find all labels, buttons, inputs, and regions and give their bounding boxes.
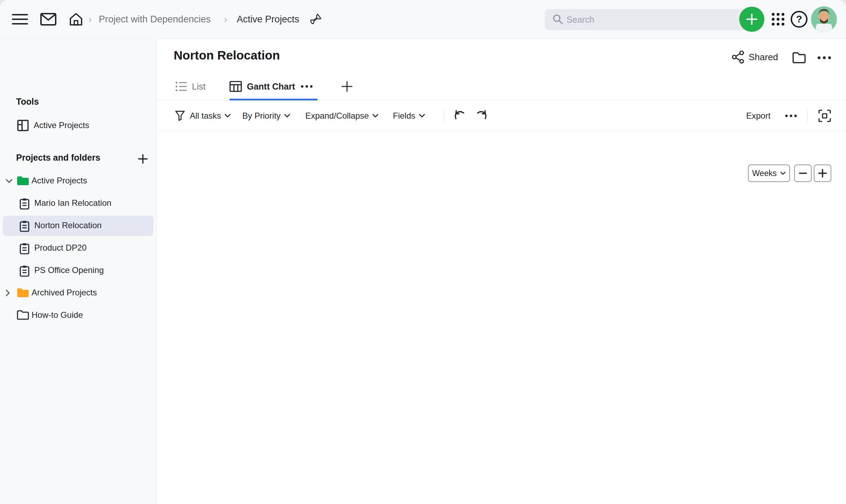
search-input[interactable] xyxy=(545,9,753,30)
zoom-out-button[interactable] xyxy=(794,164,812,182)
chevron-down-icon xyxy=(284,114,290,118)
chevron-down-icon xyxy=(372,114,379,118)
zoom-unit-dropdown[interactable]: Weeks xyxy=(748,164,790,182)
undo-icon xyxy=(454,110,466,121)
tab-menu-dots-icon xyxy=(301,85,313,88)
sidebar-projects-heading: Projects and folders xyxy=(16,153,100,163)
view-toolbar: All tasks By Priority Expand/Collapse Fi… xyxy=(157,100,846,131)
doc-icon xyxy=(20,198,29,210)
sidebar-tools-heading: Tools xyxy=(16,97,39,107)
sidebar-item-mario-ian-relocation[interactable]: Mario Ian Relocation xyxy=(0,193,156,214)
filter-icon xyxy=(175,111,185,121)
tab-list[interactable]: List xyxy=(175,78,206,95)
redo-icon xyxy=(475,110,487,121)
fields-label: Fields xyxy=(393,111,415,121)
project-folder-icon[interactable] xyxy=(792,52,806,64)
sidebar-item-label: Archived Projects xyxy=(32,288,97,298)
sidebar-item-ps-office-opening[interactable]: PS Office Opening xyxy=(0,260,156,281)
apps-grid-icon[interactable] xyxy=(769,0,787,38)
expand-collapse-dropdown[interactable]: Expand/Collapse xyxy=(305,100,379,131)
sidebar-item-label: Mario Ian Relocation xyxy=(34,198,111,208)
redo-button[interactable] xyxy=(473,100,489,131)
expand-collapse-label: Expand/Collapse xyxy=(305,111,369,121)
page-title: Norton Relocation xyxy=(174,48,280,62)
chevron-down-icon xyxy=(224,114,231,118)
undo-button[interactable] xyxy=(452,100,468,131)
svg-text:?: ? xyxy=(796,14,802,24)
sidebar-item-how-to-guide[interactable]: How-to Guide xyxy=(0,305,156,326)
filter-label: All tasks xyxy=(190,111,221,121)
sort-label: By Priority xyxy=(242,111,280,121)
more-options-icon[interactable] xyxy=(817,56,831,59)
sidebar-item-label: Product DP20 xyxy=(34,243,86,253)
sidebar: Tools Active Projects Projects and folde… xyxy=(0,38,157,504)
sidebar-item-archived-projects[interactable]: Archived Projects xyxy=(0,283,156,303)
pin-icon[interactable] xyxy=(310,0,322,38)
folder-green-icon xyxy=(17,176,29,186)
tab-gantt-chart[interactable]: Gantt Chart xyxy=(229,78,313,95)
gantt-table-icon xyxy=(229,81,242,92)
create-button[interactable] xyxy=(739,0,764,38)
doc-icon xyxy=(20,265,29,277)
topbar: › Project with Dependencies › Active Pro… xyxy=(0,0,846,39)
active-tab-underline xyxy=(229,99,318,100)
add-view-button[interactable] xyxy=(341,78,353,95)
fields-dropdown[interactable]: Fields xyxy=(393,100,425,131)
fullscreen-icon[interactable] xyxy=(818,100,831,131)
export-label: Export xyxy=(746,111,770,121)
chevron-right-icon[interactable] xyxy=(6,289,10,296)
sidebar-item-label: Norton Relocation xyxy=(34,220,102,230)
doc-icon xyxy=(20,243,29,254)
home-icon[interactable] xyxy=(69,0,83,38)
avatar[interactable] xyxy=(811,0,837,38)
toolbar-divider xyxy=(444,109,444,122)
list-icon xyxy=(175,81,187,92)
add-project-icon[interactable] xyxy=(137,147,149,170)
board-icon xyxy=(17,120,29,131)
share-icon xyxy=(732,50,744,64)
shared-button[interactable]: Shared xyxy=(732,50,778,64)
tab-gantt-label: Gantt Chart xyxy=(247,82,295,92)
chevron-down-icon[interactable] xyxy=(6,179,13,183)
breadcrumb-item-current[interactable]: Active Projects xyxy=(237,0,299,38)
chevron-down-icon xyxy=(419,114,425,118)
zoom-unit-label: Weeks xyxy=(752,169,777,178)
sidebar-item-label: Active Projects xyxy=(34,120,89,130)
folder-outline-icon xyxy=(17,310,29,320)
chevron-down-icon xyxy=(780,172,786,175)
sidebar-item-active-projects-tool[interactable]: Active Projects xyxy=(0,115,156,135)
filter-dropdown[interactable]: All tasks xyxy=(175,100,231,131)
search-icon xyxy=(550,0,566,38)
breadcrumb-item[interactable]: Project with Dependencies xyxy=(99,0,211,38)
sidebar-item-active-projects[interactable]: Active Projects xyxy=(0,171,156,191)
sidebar-item-label: How-to Guide xyxy=(32,310,83,320)
shared-label: Shared xyxy=(749,52,778,63)
plus-icon xyxy=(746,13,758,25)
breadcrumb-separator: › xyxy=(224,0,227,38)
tab-list-label: List xyxy=(192,82,206,92)
zoom-in-button[interactable] xyxy=(814,164,831,182)
folder-orange-icon xyxy=(17,288,29,298)
export-button[interactable]: Export xyxy=(746,100,770,131)
mail-icon[interactable] xyxy=(40,0,57,38)
sidebar-item-product-dp20[interactable]: Product DP20 xyxy=(0,238,156,258)
toolbar-more-icon[interactable] xyxy=(785,100,797,131)
sort-dropdown[interactable]: By Priority xyxy=(242,100,290,131)
sidebar-item-label: PS Office Opening xyxy=(34,265,104,275)
doc-icon xyxy=(20,220,29,232)
sidebar-item-norton-relocation[interactable]: Norton Relocation xyxy=(0,216,156,236)
toolbar-divider xyxy=(807,109,807,122)
breadcrumb-separator: › xyxy=(89,0,92,38)
help-icon[interactable]: ? xyxy=(790,0,808,38)
sidebar-item-label: Active Projects xyxy=(32,176,87,186)
hamburger-menu-icon[interactable] xyxy=(12,0,28,38)
